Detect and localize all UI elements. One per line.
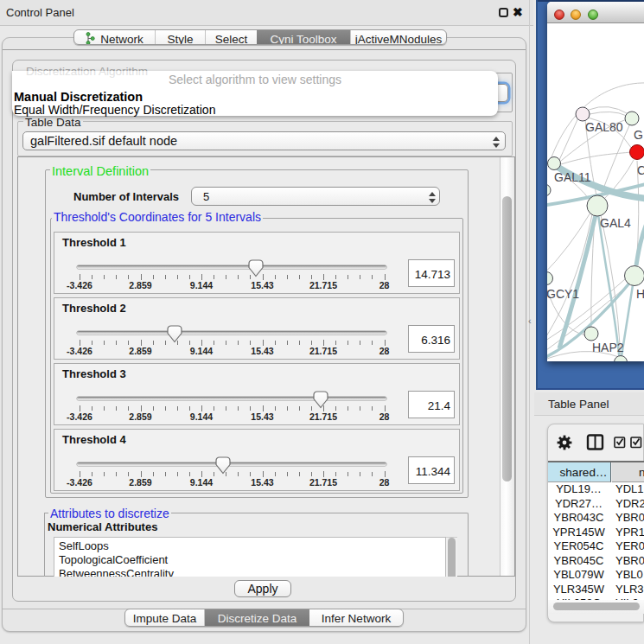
svg-text:GAL4: GAL4: [600, 216, 631, 230]
svg-text:HAP2: HAP2: [592, 341, 624, 354]
svg-text:GCY1: GCY1: [547, 287, 579, 301]
svg-text:GAL80: GAL80: [585, 120, 623, 134]
svg-text:H: H: [636, 287, 644, 301]
svg-text:G: G: [634, 128, 643, 142]
svg-text:GAL11: GAL11: [554, 170, 591, 184]
svg-text:C: C: [637, 163, 644, 177]
